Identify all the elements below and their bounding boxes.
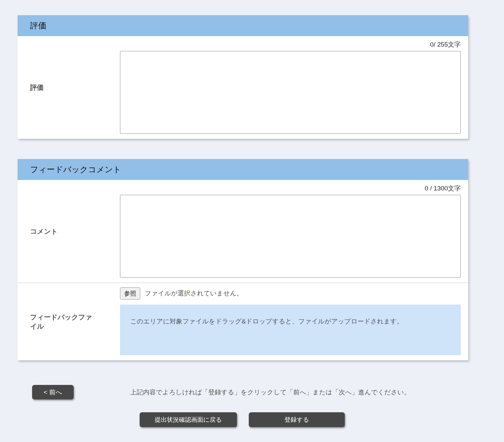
- feedback-file-label: フィードバックファイル: [30, 313, 96, 331]
- comment-row: コメント 0 / 1300文字: [18, 180, 468, 283]
- comment-textarea[interactable]: [120, 195, 461, 278]
- feedback-file-row: フィードバックファイル 参照 ファイルが選択されていません。 このエリアに対象フ…: [18, 283, 468, 360]
- feedback-file-content-col: 参照 ファイルが選択されていません。 このエリアに対象ファイルをドラッグ&ドロッ…: [120, 283, 468, 360]
- comment-char-counter: 0 / 1300文字: [120, 180, 461, 195]
- evaluation-label-col: 評価: [18, 36, 120, 139]
- back-to-status-button[interactable]: 提出状況確認画面に戻る: [140, 412, 237, 427]
- footer-instruction-text: 上記内容でよろしければ「登録する」をクリックして「前へ」または「次へ」進んでくだ…: [130, 388, 410, 397]
- feedback-section: フィードバックコメント コメント 0 / 1300文字 フィードバックファイル …: [18, 159, 468, 360]
- comment-content-col: 0 / 1300文字: [120, 180, 468, 283]
- register-button[interactable]: 登録する: [249, 412, 345, 427]
- browse-file-button[interactable]: 参照: [120, 287, 140, 300]
- file-dropzone-text: このエリアに対象ファイルをドラッグ&ドロップすると、ファイルがアップロードされま…: [130, 318, 403, 325]
- feedback-file-label-col: フィードバックファイル: [18, 283, 120, 360]
- previous-button[interactable]: < 前へ: [32, 385, 74, 399]
- evaluation-row: 評価 0/ 255文字: [18, 36, 468, 139]
- evaluation-section-header: 評価: [18, 15, 468, 36]
- evaluation-textarea[interactable]: [120, 51, 461, 134]
- comment-field-label: コメント: [30, 227, 58, 236]
- comment-label-col: コメント: [18, 180, 120, 283]
- file-input-line: 参照 ファイルが選択されていません。: [120, 287, 461, 300]
- footer-navigation-row: < 前へ 上記内容でよろしければ「登録する」をクリックして「前へ」または「次へ」…: [32, 385, 504, 399]
- evaluation-field-label: 評価: [30, 83, 44, 92]
- evaluation-char-counter: 0/ 255文字: [120, 36, 461, 51]
- evaluation-content-col: 0/ 255文字: [120, 36, 468, 139]
- footer-actions-row: 提出状況確認画面に戻る 登録する: [140, 412, 504, 427]
- feedback-section-header: フィードバックコメント: [18, 159, 468, 180]
- feedback-section-title: フィードバックコメント: [30, 164, 121, 175]
- file-status-text: ファイルが選択されていません。: [145, 289, 243, 298]
- file-dropzone[interactable]: このエリアに対象ファイルをドラッグ&ドロップすると、ファイルがアップロードされま…: [120, 305, 461, 355]
- evaluation-section: 評価 評価 0/ 255文字: [18, 15, 468, 139]
- evaluation-section-title: 評価: [30, 20, 46, 31]
